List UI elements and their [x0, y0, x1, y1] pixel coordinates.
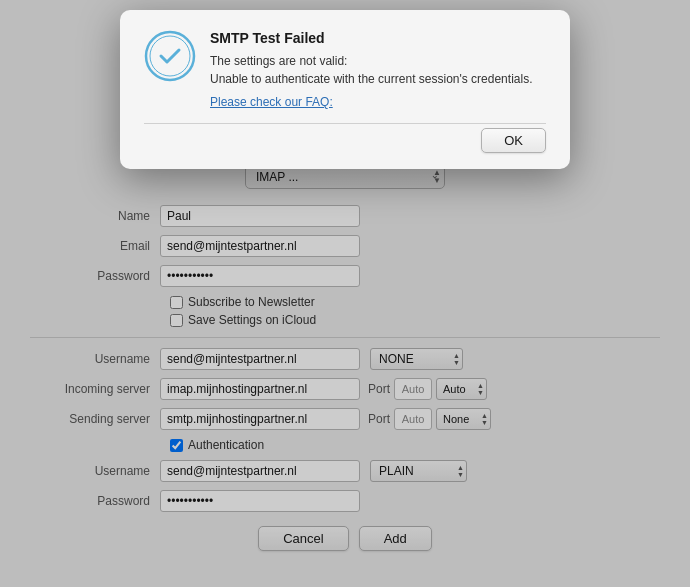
dialog-overlay: SMTP Test Failed The settings are not va…: [0, 0, 690, 587]
dialog-box: SMTP Test Failed The settings are not va…: [120, 10, 570, 169]
dialog-message: The settings are not valid: Unable to au…: [210, 52, 546, 88]
dialog-message-line2: Unable to authenticate with the current …: [210, 72, 532, 86]
svg-point-0: [146, 32, 194, 80]
svg-point-1: [150, 36, 190, 76]
faq-link[interactable]: Please check our FAQ:: [210, 95, 333, 109]
smtp-fail-icon: [144, 30, 196, 82]
dialog-text: SMTP Test Failed The settings are not va…: [210, 30, 546, 109]
dialog-message-line1: The settings are not valid:: [210, 54, 347, 68]
dialog-content: SMTP Test Failed The settings are not va…: [144, 30, 546, 109]
dialog-title: SMTP Test Failed: [210, 30, 546, 46]
ok-button[interactable]: OK: [481, 128, 546, 153]
dialog-buttons: OK: [144, 123, 546, 153]
